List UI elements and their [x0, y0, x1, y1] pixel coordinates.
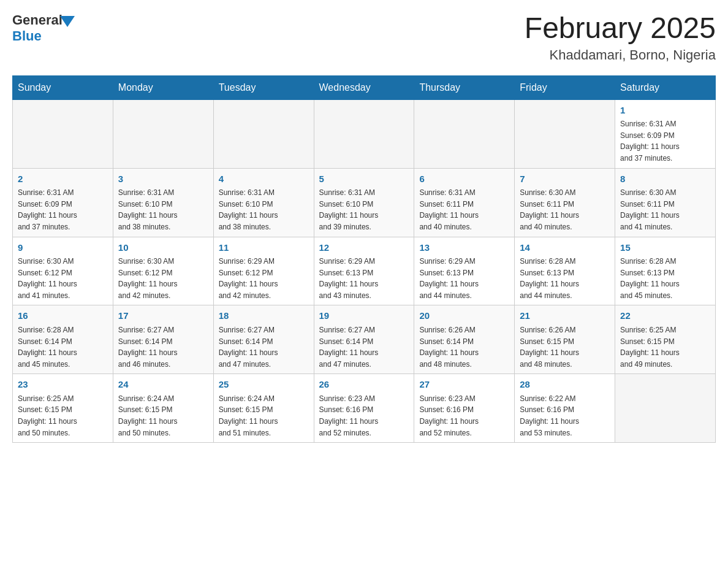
day-number: 27 [419, 378, 509, 392]
calendar-cell: 11Sunrise: 6:29 AM Sunset: 6:12 PM Dayli… [213, 237, 314, 305]
day-number: 8 [620, 172, 710, 186]
calendar-cell [414, 99, 515, 168]
day-number: 20 [419, 309, 509, 323]
calendar-cell [13, 99, 113, 168]
day-info: Sunrise: 6:27 AM Sunset: 6:14 PM Dayligh… [219, 324, 309, 370]
day-info: Sunrise: 6:31 AM Sunset: 6:11 PM Dayligh… [419, 187, 509, 232]
day-info: Sunrise: 6:22 AM Sunset: 6:16 PM Dayligh… [520, 393, 610, 439]
day-number: 3 [118, 172, 208, 186]
calendar-cell [113, 99, 213, 168]
calendar-week-row: 2Sunrise: 6:31 AM Sunset: 6:09 PM Daylig… [13, 168, 716, 237]
calendar-cell: 8Sunrise: 6:30 AM Sunset: 6:11 PM Daylig… [615, 168, 716, 237]
day-info: Sunrise: 6:29 AM Sunset: 6:13 PM Dayligh… [319, 256, 409, 301]
day-header-wednesday: Wednesday [314, 75, 414, 99]
calendar-cell: 25Sunrise: 6:24 AM Sunset: 6:15 PM Dayli… [213, 374, 314, 443]
calendar-table: SundayMondayTuesdayWednesdayThursdayFrid… [12, 75, 716, 443]
day-info: Sunrise: 6:28 AM Sunset: 6:14 PM Dayligh… [18, 324, 108, 370]
page-header: General Blue February 2025 Khaddamari, B… [12, 12, 716, 63]
calendar-cell: 12Sunrise: 6:29 AM Sunset: 6:13 PM Dayli… [314, 237, 414, 305]
calendar-cell: 10Sunrise: 6:30 AM Sunset: 6:12 PM Dayli… [113, 237, 213, 305]
day-info: Sunrise: 6:27 AM Sunset: 6:14 PM Dayligh… [319, 324, 409, 370]
day-number: 7 [520, 172, 610, 186]
day-header-saturday: Saturday [615, 75, 716, 99]
day-header-sunday: Sunday [13, 75, 113, 99]
calendar-cell [213, 99, 314, 168]
day-info: Sunrise: 6:26 AM Sunset: 6:14 PM Dayligh… [419, 324, 509, 370]
calendar-cell: 1Sunrise: 6:31 AM Sunset: 6:09 PM Daylig… [615, 99, 716, 168]
calendar-cell: 18Sunrise: 6:27 AM Sunset: 6:14 PM Dayli… [213, 305, 314, 374]
calendar-week-row: 9Sunrise: 6:30 AM Sunset: 6:12 PM Daylig… [13, 237, 716, 305]
calendar-cell: 27Sunrise: 6:23 AM Sunset: 6:16 PM Dayli… [414, 374, 515, 443]
calendar-cell: 6Sunrise: 6:31 AM Sunset: 6:11 PM Daylig… [414, 168, 515, 237]
day-number: 28 [520, 378, 610, 392]
day-info: Sunrise: 6:31 AM Sunset: 6:10 PM Dayligh… [118, 187, 208, 232]
day-number: 14 [520, 241, 610, 255]
calendar-cell: 14Sunrise: 6:28 AM Sunset: 6:13 PM Dayli… [515, 237, 615, 305]
day-info: Sunrise: 6:30 AM Sunset: 6:11 PM Dayligh… [620, 187, 710, 232]
calendar-cell: 17Sunrise: 6:27 AM Sunset: 6:14 PM Dayli… [113, 305, 213, 374]
day-number: 25 [219, 378, 309, 392]
calendar-cell [314, 99, 414, 168]
logo-general-text: General [12, 12, 63, 28]
day-number: 23 [18, 378, 108, 392]
day-info: Sunrise: 6:30 AM Sunset: 6:12 PM Dayligh… [18, 256, 108, 301]
day-info: Sunrise: 6:25 AM Sunset: 6:15 PM Dayligh… [620, 324, 710, 370]
calendar-cell: 22Sunrise: 6:25 AM Sunset: 6:15 PM Dayli… [615, 305, 716, 374]
logo: General Blue [12, 12, 75, 44]
month-title: February 2025 [525, 12, 716, 45]
day-number: 13 [419, 241, 509, 255]
day-info: Sunrise: 6:23 AM Sunset: 6:16 PM Dayligh… [319, 393, 409, 439]
logo-arrow-icon [60, 16, 75, 27]
calendar-header-row: SundayMondayTuesdayWednesdayThursdayFrid… [13, 75, 716, 99]
day-number: 21 [520, 309, 610, 323]
day-number: 11 [219, 241, 309, 255]
day-number: 6 [419, 172, 509, 186]
day-info: Sunrise: 6:24 AM Sunset: 6:15 PM Dayligh… [118, 393, 208, 439]
day-number: 15 [620, 241, 710, 255]
day-number: 17 [118, 309, 208, 323]
day-number: 26 [319, 378, 409, 392]
calendar-cell: 3Sunrise: 6:31 AM Sunset: 6:10 PM Daylig… [113, 168, 213, 237]
day-number: 19 [319, 309, 409, 323]
day-info: Sunrise: 6:28 AM Sunset: 6:13 PM Dayligh… [520, 256, 610, 301]
calendar-cell: 26Sunrise: 6:23 AM Sunset: 6:16 PM Dayli… [314, 374, 414, 443]
calendar-cell: 15Sunrise: 6:28 AM Sunset: 6:13 PM Dayli… [615, 237, 716, 305]
location-title: Khaddamari, Borno, Nigeria [525, 47, 716, 63]
day-info: Sunrise: 6:30 AM Sunset: 6:12 PM Dayligh… [118, 256, 208, 301]
day-header-monday: Monday [113, 75, 213, 99]
calendar-week-row: 1Sunrise: 6:31 AM Sunset: 6:09 PM Daylig… [13, 99, 716, 168]
calendar-cell [515, 99, 615, 168]
day-info: Sunrise: 6:23 AM Sunset: 6:16 PM Dayligh… [419, 393, 509, 439]
calendar-cell [615, 374, 716, 443]
day-number: 5 [319, 172, 409, 186]
day-info: Sunrise: 6:29 AM Sunset: 6:13 PM Dayligh… [419, 256, 509, 301]
day-info: Sunrise: 6:30 AM Sunset: 6:11 PM Dayligh… [520, 187, 610, 232]
calendar-cell: 24Sunrise: 6:24 AM Sunset: 6:15 PM Dayli… [113, 374, 213, 443]
day-number: 18 [219, 309, 309, 323]
day-info: Sunrise: 6:26 AM Sunset: 6:15 PM Dayligh… [520, 324, 610, 370]
day-info: Sunrise: 6:29 AM Sunset: 6:12 PM Dayligh… [219, 256, 309, 301]
day-header-friday: Friday [515, 75, 615, 99]
day-number: 10 [118, 241, 208, 255]
day-number: 16 [18, 309, 108, 323]
day-header-tuesday: Tuesday [213, 75, 314, 99]
day-info: Sunrise: 6:31 AM Sunset: 6:09 PM Dayligh… [18, 187, 108, 232]
day-info: Sunrise: 6:31 AM Sunset: 6:09 PM Dayligh… [620, 118, 710, 164]
calendar-cell: 7Sunrise: 6:30 AM Sunset: 6:11 PM Daylig… [515, 168, 615, 237]
day-number: 4 [219, 172, 309, 186]
logo-blue-text: Blue [12, 28, 42, 44]
calendar-cell: 13Sunrise: 6:29 AM Sunset: 6:13 PM Dayli… [414, 237, 515, 305]
day-info: Sunrise: 6:25 AM Sunset: 6:15 PM Dayligh… [18, 393, 108, 439]
day-number: 24 [118, 378, 208, 392]
calendar-cell: 4Sunrise: 6:31 AM Sunset: 6:10 PM Daylig… [213, 168, 314, 237]
day-info: Sunrise: 6:31 AM Sunset: 6:10 PM Dayligh… [319, 187, 409, 232]
day-info: Sunrise: 6:24 AM Sunset: 6:15 PM Dayligh… [219, 393, 309, 439]
day-number: 22 [620, 309, 710, 323]
calendar-cell: 5Sunrise: 6:31 AM Sunset: 6:10 PM Daylig… [314, 168, 414, 237]
title-block: February 2025 Khaddamari, Borno, Nigeria [525, 12, 716, 63]
day-info: Sunrise: 6:28 AM Sunset: 6:13 PM Dayligh… [620, 256, 710, 301]
day-number: 2 [18, 172, 108, 186]
day-info: Sunrise: 6:27 AM Sunset: 6:14 PM Dayligh… [118, 324, 208, 370]
calendar-week-row: 16Sunrise: 6:28 AM Sunset: 6:14 PM Dayli… [13, 305, 716, 374]
day-number: 1 [620, 104, 710, 118]
